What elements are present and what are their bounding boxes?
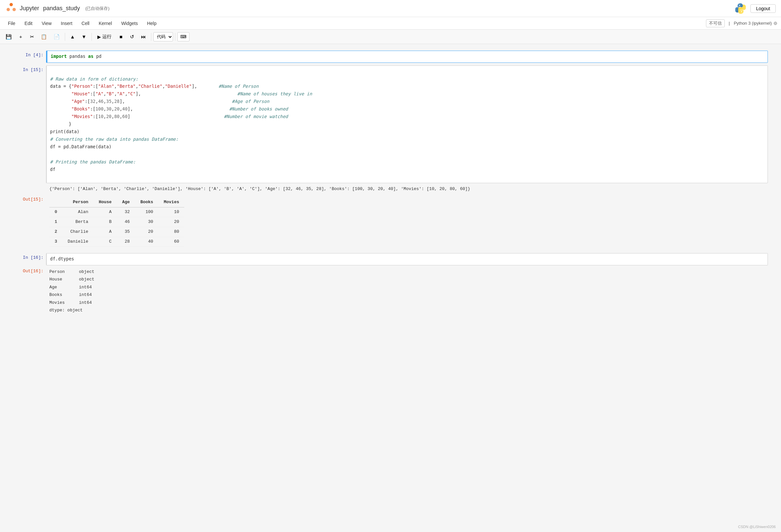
menu-help[interactable]: Help	[143, 19, 161, 27]
untrusted-badge: 不可信	[706, 19, 725, 27]
table-cell: 80	[159, 227, 184, 237]
jupyter-logo: Jupyter	[5, 3, 39, 14]
menu-insert[interactable]: Insert	[57, 19, 76, 27]
table-header-age: Age	[117, 197, 135, 207]
dtype-row: Moviesint64	[49, 299, 765, 306]
dict-output-text: {'Person': ['Alan', 'Berta', 'Charlie', …	[49, 186, 470, 191]
table-cell: Berta	[63, 217, 93, 227]
cell-2-input[interactable]: # Raw data in form of dictionary: data =…	[46, 65, 768, 183]
save-button[interactable]: 💾	[3, 32, 15, 42]
kernel-status: Python 3 (ipykernel)	[734, 21, 777, 26]
run-icon: ▶	[97, 34, 101, 39]
cell-1-code: import pandas as pd	[51, 54, 101, 59]
notebook-title[interactable]: pandas_study	[43, 5, 80, 12]
menu-widgets[interactable]: Widgets	[117, 19, 142, 27]
top-bar: Jupyter pandas_study (已自动保存) Logout	[0, 0, 781, 17]
table-cell: Danielle	[63, 237, 93, 247]
table-header-person: Person	[63, 197, 93, 207]
cell-2-output: Person House Age Books Movies 0AlanA3210…	[46, 195, 768, 248]
cell-2-output-wrapper: Out[15]: Person House Age Books Movies 0…	[13, 195, 768, 248]
divider: |	[729, 21, 730, 26]
move-up-button[interactable]: ▲	[67, 32, 78, 42]
paste-cell-button[interactable]: 📄	[51, 32, 63, 42]
add-cell-button[interactable]: +	[15, 32, 26, 42]
table-cell: B	[93, 217, 117, 227]
run-label: 运行	[102, 34, 112, 40]
cell-3-input[interactable]: df.dtypes	[46, 253, 768, 265]
table-header-index	[49, 197, 63, 207]
table-cell: 32	[117, 208, 135, 217]
cell-3-output-wrapper: Out[16]: PersonobjectHouseobjectAgeint64…	[13, 267, 768, 315]
logout-button[interactable]: Logout	[750, 4, 776, 13]
cell-3-output: PersonobjectHouseobjectAgeint64Booksint6…	[46, 267, 768, 315]
toolbar-separator-3	[151, 33, 151, 41]
keyboard-shortcut-button[interactable]: ⌨	[177, 32, 190, 41]
menu-cell[interactable]: Cell	[78, 19, 93, 27]
notebook-content: In [4]: import pandas as pd In [15]: # R…	[0, 44, 781, 323]
table-cell: 28	[117, 237, 135, 247]
cut-cell-button[interactable]: ✂	[27, 32, 37, 42]
dtype-row: Ageint64	[49, 283, 765, 291]
svg-point-0	[9, 3, 13, 6]
table-row: 0AlanA3210010	[49, 208, 184, 217]
table-cell: 1	[49, 217, 63, 227]
table-cell: Charlie	[63, 227, 93, 237]
cell-3-code: df.dtypes	[50, 256, 74, 261]
table-cell: 35	[117, 227, 135, 237]
toolbar: 💾 + ✂ 📋 📄 ▲ ▼ ▶ 运行 ■ ↺ ⏭ 代码 ⌨	[0, 30, 781, 44]
dtype-row: Booksint64	[49, 291, 765, 299]
table-cell: 0	[49, 208, 63, 217]
move-down-button[interactable]: ▼	[79, 32, 89, 42]
table-row: 1BertaB463020	[49, 217, 184, 227]
cell-2-text-output-wrapper: {'Person': ['Alan', 'Berta', 'Charlie', …	[13, 184, 768, 194]
table-cell: 20	[135, 227, 159, 237]
table-header-row: Person House Age Books Movies	[49, 197, 184, 207]
dtypes-block: PersonobjectHouseobjectAgeint64Booksint6…	[49, 268, 765, 314]
menu-view[interactable]: View	[38, 19, 55, 27]
table-cell: 46	[117, 217, 135, 227]
cell-1-label: In [4]:	[13, 51, 46, 57]
table-cell: 3	[49, 237, 63, 247]
cell-2-code: # Raw data in form of dictionary: data =…	[50, 68, 764, 181]
svg-point-1	[7, 8, 10, 11]
restart-run-button[interactable]: ⏭	[138, 32, 149, 42]
restart-button[interactable]: ↺	[127, 32, 137, 42]
menu-kernel[interactable]: Kernel	[95, 19, 116, 27]
menu-edit[interactable]: Edit	[21, 19, 37, 27]
cell-2-label: In [15]:	[13, 65, 46, 72]
copy-cell-button[interactable]: 📋	[38, 32, 50, 42]
table-cell: 100	[135, 208, 159, 217]
table-cell: 40	[135, 237, 159, 247]
toolbar-separator-4	[175, 33, 175, 41]
toolbar-separator-1	[65, 33, 65, 41]
kernel-dot	[774, 22, 777, 25]
dtype-row: Personobject	[49, 268, 765, 275]
dtype-row: Houseobject	[49, 275, 765, 283]
cell-2-text-output: {'Person': ['Alan', 'Berta', 'Charlie', …	[46, 184, 768, 194]
table-header-house: House	[93, 197, 117, 207]
menu-bar-right: 不可信 | Python 3 (ipykernel)	[706, 19, 777, 27]
cell-type-select[interactable]: 代码	[153, 32, 173, 41]
cell-1-wrapper: In [4]: import pandas as pd	[13, 51, 768, 63]
jupyter-icon	[5, 3, 17, 14]
table-cell: 60	[159, 237, 184, 247]
python-icon	[735, 3, 746, 14]
cell-2-output-label: Out[15]:	[13, 195, 46, 202]
dtype-footer: dtype: object	[49, 306, 765, 314]
table-header-movies: Movies	[159, 197, 184, 207]
cell-3-wrapper: In [16]: df.dtypes	[13, 253, 768, 265]
cell-1-input[interactable]: import pandas as pd	[46, 51, 768, 63]
kernel-name: Python 3 (ipykernel)	[734, 21, 772, 26]
table-header-books: Books	[135, 197, 159, 207]
interrupt-button[interactable]: ■	[116, 32, 126, 42]
menu-file[interactable]: File	[4, 19, 19, 27]
table-cell: 20	[159, 217, 184, 227]
autosave-badge: (已自动保存)	[85, 6, 110, 11]
table-cell: 30	[135, 217, 159, 227]
table-row: 3DanielleC284060	[49, 237, 184, 247]
cell-3-output-label: Out[16]:	[13, 267, 46, 274]
svg-point-2	[12, 8, 16, 11]
table-cell: 10	[159, 208, 184, 217]
table-cell: 2	[49, 227, 63, 237]
run-button[interactable]: ▶ 运行	[94, 32, 115, 42]
